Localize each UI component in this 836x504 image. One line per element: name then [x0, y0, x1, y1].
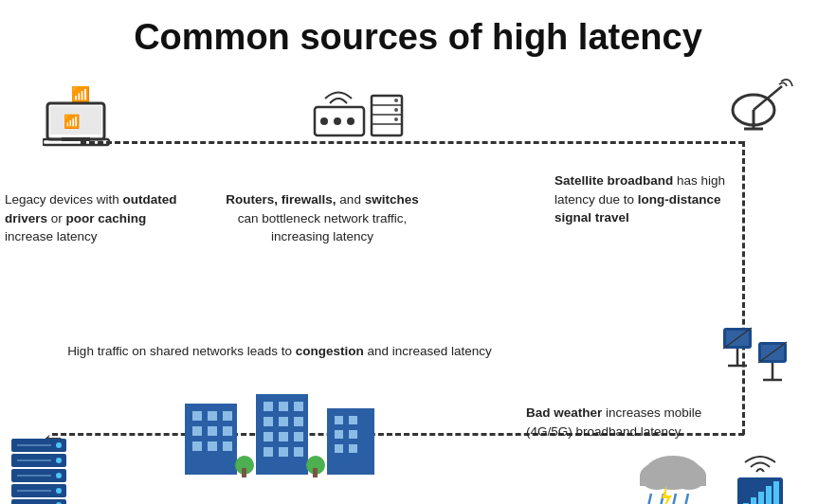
svg-line-84	[647, 494, 651, 504]
server-stack-icon	[9, 437, 71, 504]
svg-rect-49	[264, 402, 273, 411]
svg-point-28	[56, 473, 62, 478]
svg-rect-65	[349, 416, 357, 424]
page-title: Common sources of high latency	[0, 0, 836, 67]
svg-rect-53	[279, 417, 288, 426]
svg-point-27	[56, 458, 62, 463]
satellite-dish-icon	[730, 77, 796, 150]
svg-point-14	[394, 99, 398, 102]
svg-point-9	[347, 117, 354, 125]
svg-line-86	[672, 494, 676, 504]
weather-label: Bad weather increases mobile (4G/5G) bro…	[526, 404, 720, 441]
satellite-pair-icon	[718, 323, 794, 403]
svg-rect-52	[264, 417, 273, 426]
svg-rect-69	[349, 444, 357, 453]
svg-text:📶: 📶	[71, 86, 90, 103]
svg-rect-94	[773, 481, 779, 504]
svg-rect-66	[335, 430, 343, 439]
svg-point-16	[394, 117, 398, 121]
svg-line-87	[684, 494, 688, 504]
svg-point-7	[320, 117, 328, 125]
svg-point-15	[394, 108, 398, 112]
satellite-label: Satellite broadband has high latency due…	[554, 171, 735, 227]
svg-rect-5	[62, 137, 90, 141]
svg-rect-91	[751, 497, 756, 504]
svg-rect-93	[766, 486, 772, 504]
svg-rect-58	[264, 447, 273, 457]
svg-rect-64	[335, 416, 343, 424]
svg-rect-57	[294, 432, 303, 441]
router-firewall-icon	[313, 86, 408, 159]
svg-rect-83	[640, 475, 706, 486]
svg-rect-92	[758, 492, 764, 504]
diagram-area: ← 📶 📶	[0, 67, 836, 503]
svg-rect-41	[208, 426, 217, 436]
svg-line-18	[754, 86, 782, 110]
svg-rect-45	[223, 441, 232, 451]
svg-rect-47	[242, 468, 246, 477]
svg-rect-56	[279, 432, 288, 441]
svg-rect-55	[264, 432, 273, 441]
svg-rect-50	[279, 402, 288, 411]
svg-point-29	[56, 488, 62, 494]
svg-rect-44	[208, 441, 217, 451]
svg-rect-59	[279, 447, 288, 457]
svg-rect-42	[223, 426, 232, 436]
congestion-label: High traffic on shared networks leads to…	[47, 342, 512, 361]
svg-rect-62	[313, 468, 318, 477]
laptop-label: Legacy devices with outdated drivers or …	[5, 190, 190, 246]
svg-rect-37	[192, 411, 202, 421]
svg-rect-67	[349, 430, 357, 439]
cell-tower-icon	[730, 451, 791, 504]
svg-rect-54	[294, 417, 303, 426]
svg-point-26	[56, 442, 62, 448]
dashed-line-top	[81, 141, 744, 144]
svg-point-8	[334, 117, 341, 125]
svg-rect-38	[208, 411, 217, 421]
router-label: Routers, firewalls, and switches can bot…	[218, 190, 427, 246]
svg-rect-40	[192, 426, 202, 436]
svg-rect-43	[192, 441, 202, 451]
svg-text:📶: 📶	[64, 114, 81, 130]
cloud-rain-icon	[630, 446, 716, 504]
svg-rect-60	[294, 447, 303, 457]
laptop-icon: 📶 📶	[43, 86, 114, 159]
svg-rect-51	[294, 402, 303, 411]
buildings-icon	[175, 385, 384, 483]
svg-rect-39	[223, 411, 232, 421]
svg-rect-68	[335, 444, 343, 453]
